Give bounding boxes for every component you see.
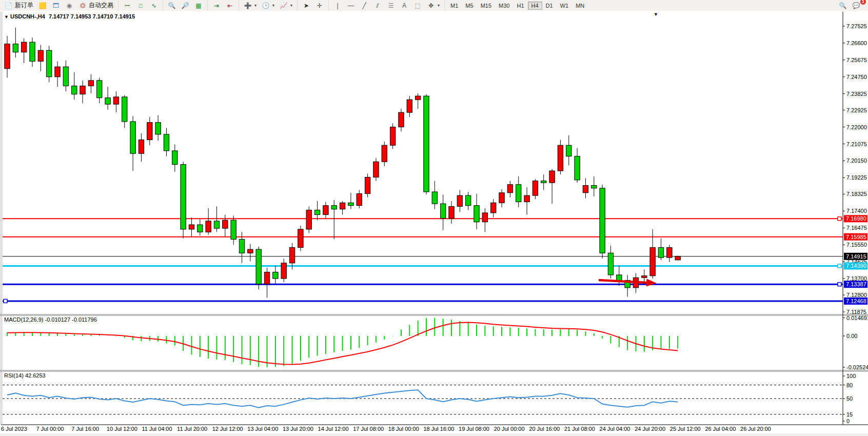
search-button[interactable]: 🔍 bbox=[836, 1, 850, 10]
candle-body bbox=[281, 263, 286, 279]
fibonacci-icon: ☰ bbox=[387, 2, 395, 10]
candle-body bbox=[189, 225, 194, 229]
candle-body bbox=[231, 220, 236, 239]
timeframe-h4[interactable]: H4 bbox=[528, 2, 542, 10]
price-tick-label: 7.18325 bbox=[846, 191, 867, 197]
add-indicator-button[interactable]: ➕▾ bbox=[241, 1, 259, 10]
timeframe-m1[interactable]: M1 bbox=[447, 2, 462, 10]
candle-body bbox=[507, 185, 512, 193]
candle-body bbox=[566, 145, 571, 156]
trendline-button[interactable]: ╱ bbox=[358, 1, 371, 10]
line-handle[interactable] bbox=[838, 283, 841, 286]
line-handle[interactable] bbox=[838, 217, 841, 221]
price-tick-label: 7.26600 bbox=[846, 40, 867, 46]
auto-trading-funnel-icon: ⏣ bbox=[78, 2, 87, 10]
tile-windows-button[interactable]: ▦ bbox=[192, 1, 205, 10]
equidistant-channel-button[interactable]: ⫽ bbox=[371, 1, 384, 10]
chart-window-button[interactable]: 🗔 bbox=[49, 1, 63, 10]
candle-body bbox=[206, 221, 211, 232]
time-axis-label: 14 Jul 12:00 bbox=[318, 426, 349, 432]
rsi-tick-label: 100 bbox=[846, 373, 856, 379]
new-order-button[interactable]: 📄 新订单 bbox=[2, 1, 36, 10]
price-tick-label: 7.17400 bbox=[846, 208, 867, 214]
candle-body bbox=[264, 272, 269, 284]
rsi-tick-label: 80 bbox=[846, 382, 853, 388]
line-handle[interactable] bbox=[838, 264, 841, 268]
gold-button[interactable]: 🟨 bbox=[36, 1, 49, 10]
chevron-down-icon: ▾ bbox=[438, 3, 440, 8]
period-button[interactable]: 🕒▾ bbox=[259, 1, 277, 10]
macd-tick-label: -0.02524 bbox=[846, 364, 868, 370]
gold-icon: 🟨 bbox=[38, 2, 47, 10]
collapse-arrow-icon[interactable]: ▼ bbox=[4, 14, 9, 19]
toolbar-group-right: 🔍 💬 1 bbox=[834, 0, 868, 11]
search-icon: 🔍 bbox=[839, 2, 847, 10]
clock-icon: 🕒 bbox=[262, 2, 270, 10]
candle-body bbox=[650, 248, 655, 276]
zoom-out-button[interactable]: 🔎 bbox=[179, 1, 192, 10]
vertical-line-icon: | bbox=[333, 2, 342, 10]
text-button[interactable]: A bbox=[398, 1, 411, 10]
signals-icon: ◉ bbox=[65, 2, 73, 10]
timeframe-h1[interactable]: H1 bbox=[513, 2, 527, 10]
candlestick-icon: ⍞ bbox=[136, 2, 145, 10]
timeframe-m30[interactable]: M30 bbox=[495, 2, 513, 10]
zoom-in-button[interactable]: 🔍 bbox=[165, 1, 179, 10]
arrows-button[interactable]: ✥▾ bbox=[424, 1, 442, 10]
cursor-button[interactable]: ➤ bbox=[300, 1, 313, 10]
line-handle[interactable] bbox=[4, 299, 7, 303]
chevron-down-icon: ▾ bbox=[254, 3, 257, 8]
candle-body bbox=[532, 181, 538, 195]
signals-button[interactable]: ◉ bbox=[63, 1, 76, 10]
line-chart-button[interactable]: ∿ bbox=[147, 1, 161, 10]
chart-canvas[interactable]: 0.0146910.00-0.02524 1008050150 7.275257… bbox=[0, 11, 868, 436]
candle-body bbox=[524, 195, 529, 202]
line-chart-icon: ∿ bbox=[150, 2, 158, 10]
candle-body bbox=[407, 100, 412, 112]
fibonacci-button[interactable]: ☰ bbox=[384, 1, 398, 10]
rsi-label: RSI(14) 42.6253 bbox=[4, 372, 46, 379]
bottom-strip bbox=[0, 433, 868, 436]
new-order-label: 新订单 bbox=[15, 1, 33, 10]
zoom-out-icon: 🔎 bbox=[181, 2, 189, 10]
candle-body bbox=[558, 145, 563, 171]
chart-window-icon: 🗔 bbox=[52, 2, 60, 10]
time-axis-label: 13 Jul 04:00 bbox=[247, 426, 278, 432]
candle-body bbox=[97, 81, 102, 98]
timeframe-m15[interactable]: M15 bbox=[477, 2, 495, 10]
time-axis-label: 26 Jul 04:00 bbox=[705, 426, 736, 432]
template-button[interactable]: 📈▾ bbox=[277, 1, 295, 10]
candle-body bbox=[482, 213, 487, 222]
text-label-button[interactable]: ⬚ bbox=[411, 1, 424, 10]
candle-body bbox=[617, 275, 622, 281]
equidistant-channel-icon: ⫽ bbox=[373, 2, 382, 10]
timeframe-mn[interactable]: MN bbox=[572, 2, 588, 10]
chart-shift-icon: ⇤ bbox=[226, 2, 234, 10]
candle-body bbox=[541, 181, 546, 183]
toolbar-group-indicators: ➕▾ 🕒▾ 📈▾ bbox=[239, 0, 297, 11]
crosshair-button[interactable]: ✛ bbox=[313, 1, 326, 10]
candlestick-button[interactable]: ⍞ bbox=[134, 1, 147, 10]
bar-chart-button[interactable]: 𝄩 bbox=[121, 1, 134, 10]
candle-body bbox=[675, 256, 680, 260]
notification-badge: 1 bbox=[860, 0, 866, 5]
timeframe-w1[interactable]: W1 bbox=[557, 2, 573, 10]
time-axis-label: 7 Jul 00:00 bbox=[36, 426, 64, 432]
candle-body bbox=[591, 186, 597, 188]
auto-trading-button[interactable]: ⏣ 自动交易 bbox=[76, 1, 116, 10]
vertical-line-button[interactable]: | bbox=[331, 1, 344, 10]
zoom-in-icon: 🔍 bbox=[168, 2, 176, 10]
chart-area[interactable]: ▼ USDCNH-,H4 7.14717 7.14953 7.14710 7.1… bbox=[0, 11, 868, 436]
time-axis-label: 24 Jul 04:00 bbox=[600, 426, 630, 432]
timeframe-d1[interactable]: D1 bbox=[542, 2, 557, 10]
chart-dropdown-arrow-icon[interactable]: ▼ bbox=[654, 12, 658, 17]
chart-shift-button[interactable]: ⇤ bbox=[223, 1, 236, 10]
candle-body bbox=[198, 225, 203, 232]
horizontal-line-button[interactable]: — bbox=[344, 1, 358, 10]
auto-scroll-button[interactable]: ⇥ bbox=[210, 1, 223, 10]
candle-body bbox=[658, 248, 663, 258]
notifications-button[interactable]: 💬 1 bbox=[850, 1, 863, 10]
timeframe-m5[interactable]: M5 bbox=[462, 2, 477, 10]
candle-body bbox=[373, 162, 379, 177]
candle-body bbox=[130, 122, 135, 153]
